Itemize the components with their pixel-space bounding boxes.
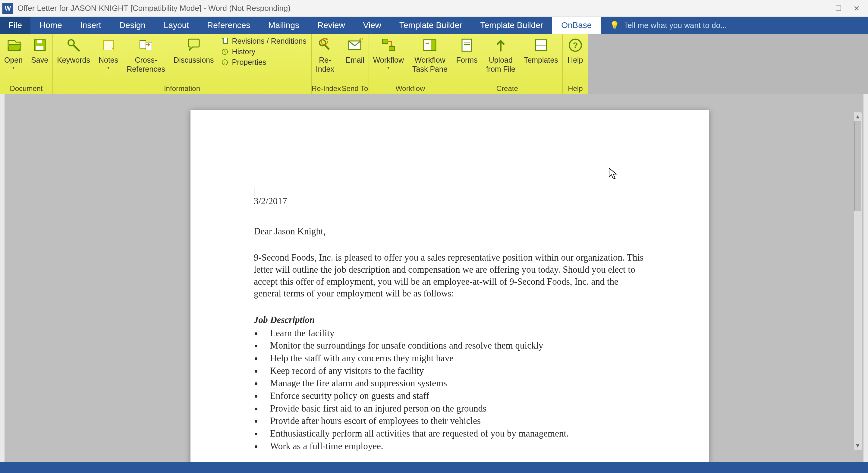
save-button[interactable]: Save <box>27 35 53 64</box>
doc-job-description-list: Learn the facility Monitor the surroundi… <box>254 327 646 452</box>
ribbon-body: Open ▾ Save Document <box>0 34 868 94</box>
list-item: Keep record of any visitors to the facil… <box>262 365 646 377</box>
svg-text:i: i <box>224 60 226 65</box>
keywords-button[interactable]: Keywords <box>53 35 94 64</box>
svg-rect-8 <box>223 38 227 43</box>
email-icon: @ <box>346 37 363 54</box>
email-label: Email <box>345 56 364 64</box>
svg-rect-1 <box>37 40 42 43</box>
maximize-icon: ☐ <box>835 4 842 13</box>
group-information-label: Information <box>53 84 311 94</box>
tab-template-builder-1[interactable]: Template Builder <box>390 17 471 34</box>
notes-icon <box>100 37 117 54</box>
close-button[interactable]: ✕ <box>847 2 866 14</box>
templates-icon <box>532 37 550 54</box>
notes-button[interactable]: Notes ▾ <box>94 35 122 70</box>
lightbulb-icon: 💡 <box>610 21 619 30</box>
help-button[interactable]: ? Help <box>563 35 588 64</box>
svg-rect-15 <box>382 39 388 43</box>
group-workflow: Workflow ▾ Workflow Task Pane Workflow <box>369 34 452 94</box>
upload-label: Upload from File <box>486 56 516 73</box>
revisions-button[interactable]: Revisions / Renditions <box>221 37 306 45</box>
status-bar <box>0 462 868 473</box>
scroll-down-arrow-icon[interactable]: ▼ <box>854 441 862 450</box>
ruler-right <box>863 94 868 462</box>
properties-icon: i <box>221 58 229 66</box>
tab-view[interactable]: View <box>354 17 390 34</box>
help-icon: ? <box>567 37 584 54</box>
properties-label: Properties <box>232 58 266 67</box>
reindex-label: Re- Index <box>316 56 334 73</box>
list-item: Enforce security policy on guests and st… <box>262 390 646 402</box>
group-create-label: Create <box>452 84 562 94</box>
workflow-label: Workflow <box>373 56 404 64</box>
workflow-taskpane-button[interactable]: Workflow Task Pane <box>408 35 452 73</box>
maximize-button[interactable]: ☐ <box>830 2 847 14</box>
tab-layout[interactable]: Layout <box>155 17 198 34</box>
doc-job-description-heading: Job Description <box>254 314 646 326</box>
tab-home[interactable]: Home <box>30 17 71 34</box>
forms-button[interactable]: Forms <box>452 35 482 64</box>
revisions-label: Revisions / Renditions <box>232 37 306 45</box>
forms-icon <box>458 37 475 54</box>
revisions-icon <box>221 37 229 45</box>
open-button[interactable]: Open ▾ <box>0 35 27 70</box>
history-icon <box>221 48 229 56</box>
email-button[interactable]: @ Email <box>341 35 369 64</box>
titlebar: W Offer Letter for JASON KNIGHT [Compati… <box>0 0 868 17</box>
tab-mailings[interactable]: Mailings <box>259 17 308 34</box>
tab-file[interactable]: File <box>0 17 30 34</box>
reindex-button[interactable]: Re- Index <box>312 35 338 73</box>
document-area: 3/2/2017 Dear Jason Knight, 9-Second Foo… <box>0 94 868 462</box>
tab-insert[interactable]: Insert <box>71 17 110 34</box>
dropdown-icon: ▾ <box>387 65 390 70</box>
templates-button[interactable]: Templates <box>520 35 562 64</box>
vertical-scrollbar[interactable]: ▲ ▼ <box>854 112 862 450</box>
upload-from-file-button[interactable]: Upload from File <box>482 35 520 73</box>
list-item: Provide basic first aid to an injured pe… <box>262 403 646 415</box>
tab-review[interactable]: Review <box>308 17 354 34</box>
discussions-icon <box>185 37 202 54</box>
help-label: Help <box>567 56 583 64</box>
word-app-icon: W <box>2 3 13 14</box>
svg-rect-19 <box>462 39 472 51</box>
list-item: Enthusiastically perform all activities … <box>262 428 646 440</box>
list-item: Learn the facility <box>262 327 646 339</box>
group-document: Open ▾ Save Document <box>0 34 53 94</box>
group-information: Keywords Notes ▾ Cross- References <box>53 34 312 94</box>
keywords-label: Keywords <box>57 56 90 64</box>
save-icon <box>31 37 48 54</box>
list-item: Provide after hours escort of employees … <box>262 415 646 427</box>
group-help: ? Help Help <box>563 34 588 94</box>
minimize-button[interactable]: — <box>811 2 830 14</box>
group-reindex-label: Re-Index <box>312 84 341 94</box>
group-sendto: @ Email Send To <box>341 34 369 94</box>
app-window: W Offer Letter for JASON KNIGHT [Compati… <box>0 0 868 473</box>
tab-design[interactable]: Design <box>110 17 155 34</box>
tell-me-box[interactable]: 💡 <box>601 17 868 34</box>
scroll-up-arrow-icon[interactable]: ▲ <box>854 113 862 121</box>
ruler-left <box>0 94 5 462</box>
cross-references-button[interactable]: Cross- References <box>122 35 169 73</box>
tab-onbase[interactable]: OnBase <box>552 17 601 34</box>
workflow-button[interactable]: Workflow ▾ <box>369 35 408 70</box>
keywords-icon <box>65 37 82 54</box>
tab-template-builder-2[interactable]: Template Builder <box>471 17 553 34</box>
discussions-button[interactable]: Discussions <box>169 35 218 64</box>
properties-button[interactable]: i Properties <box>221 58 306 67</box>
tell-me-input[interactable] <box>624 21 804 30</box>
group-sendto-label: Send To <box>341 84 369 94</box>
group-create: Forms Upload from File Templates <box>452 34 563 94</box>
document-page[interactable]: 3/2/2017 Dear Jason Knight, 9-Second Foo… <box>190 110 709 462</box>
save-label: Save <box>31 56 48 64</box>
group-help-label: Help <box>563 84 588 94</box>
scroll-thumb[interactable] <box>855 121 861 211</box>
tab-references[interactable]: References <box>198 17 259 34</box>
group-reindex: Re- Index Re-Index <box>312 34 341 94</box>
scroll-track[interactable] <box>854 121 862 441</box>
doc-greeting: Dear Jason Knight, <box>254 225 646 238</box>
window-title: Offer Letter for JASON KNIGHT [Compatibi… <box>18 4 290 13</box>
history-button[interactable]: History <box>221 47 306 56</box>
svg-text:@: @ <box>359 37 363 42</box>
notes-label: Notes <box>98 56 118 64</box>
